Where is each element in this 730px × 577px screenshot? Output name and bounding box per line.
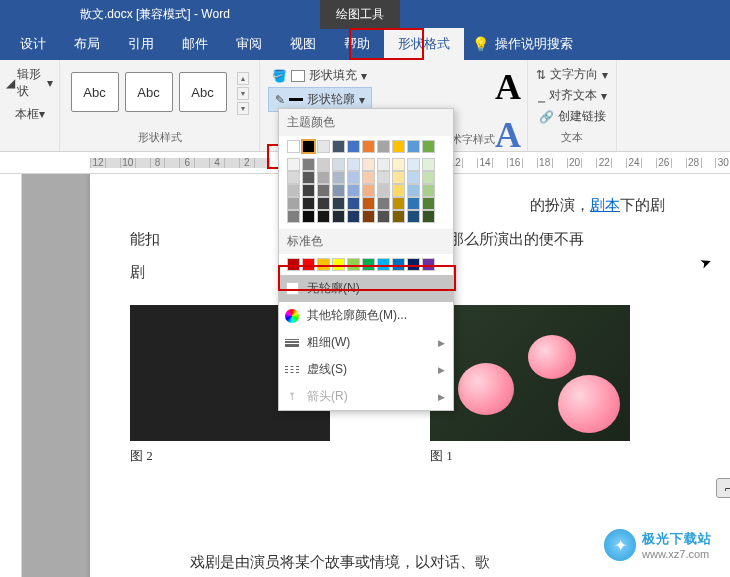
color-swatch[interactable]	[332, 158, 345, 171]
color-swatch[interactable]	[302, 184, 315, 197]
color-swatch[interactable]	[392, 140, 405, 153]
dashes-item[interactable]: 虚线(S) ▶	[279, 356, 453, 383]
color-swatch[interactable]	[287, 171, 300, 184]
color-swatch[interactable]	[377, 140, 390, 153]
color-swatch[interactable]	[302, 210, 315, 223]
tab-shape-format[interactable]: 形状格式	[384, 28, 464, 60]
color-swatch[interactable]	[317, 184, 330, 197]
color-swatch[interactable]	[407, 184, 420, 197]
style-preset-3[interactable]: Abc	[179, 72, 227, 112]
tab-mailings[interactable]: 邮件	[168, 28, 222, 60]
color-swatch[interactable]	[347, 140, 360, 153]
edit-shape-button[interactable]: ◢辑形状▾	[6, 64, 53, 102]
color-swatch[interactable]	[392, 171, 405, 184]
color-swatch[interactable]	[422, 158, 435, 171]
color-swatch[interactable]	[317, 210, 330, 223]
color-swatch[interactable]	[302, 158, 315, 171]
wordart-preset-2[interactable]: A	[495, 114, 521, 156]
chevron-up-icon[interactable]: ▴	[237, 72, 249, 85]
text-direction-button[interactable]: ⇅文字方向▾	[536, 64, 608, 85]
more-icon[interactable]: ▾	[237, 102, 249, 115]
shape-fill-button[interactable]: 🪣 形状填充▾	[266, 64, 373, 87]
color-swatch[interactable]	[332, 258, 345, 271]
color-swatch[interactable]	[332, 171, 345, 184]
color-swatch[interactable]	[332, 140, 345, 153]
color-swatch[interactable]	[332, 210, 345, 223]
color-swatch[interactable]	[362, 210, 375, 223]
color-swatch[interactable]	[287, 184, 300, 197]
color-swatch[interactable]	[332, 197, 345, 210]
color-swatch[interactable]	[347, 184, 360, 197]
textbox-button[interactable]: 本框▾	[15, 106, 45, 123]
color-swatch[interactable]	[317, 258, 330, 271]
style-preset-2[interactable]: Abc	[125, 72, 173, 112]
align-text-button[interactable]: ⎯对齐文本▾	[538, 85, 607, 106]
gallery-expand[interactable]: ▴ ▾ ▾	[237, 72, 249, 115]
color-swatch[interactable]	[347, 171, 360, 184]
color-swatch[interactable]	[392, 158, 405, 171]
color-swatch[interactable]	[287, 140, 300, 153]
create-link-button[interactable]: 🔗创建链接	[539, 106, 606, 127]
color-swatch[interactable]	[362, 258, 375, 271]
color-swatch[interactable]	[347, 258, 360, 271]
color-swatch[interactable]	[377, 258, 390, 271]
color-swatch[interactable]	[422, 184, 435, 197]
color-swatch[interactable]	[332, 184, 345, 197]
color-swatch[interactable]	[302, 197, 315, 210]
chevron-down-icon[interactable]: ▾	[237, 87, 249, 100]
link-script[interactable]: 剧本	[590, 196, 620, 213]
color-swatch[interactable]	[377, 184, 390, 197]
color-swatch[interactable]	[287, 197, 300, 210]
color-swatch[interactable]	[347, 210, 360, 223]
tab-design[interactable]: 设计	[6, 28, 60, 60]
layout-options-button[interactable]: ⌐	[716, 478, 730, 498]
color-swatch[interactable]	[347, 197, 360, 210]
tab-view[interactable]: 视图	[276, 28, 330, 60]
color-swatch[interactable]	[407, 171, 420, 184]
color-swatch[interactable]	[392, 210, 405, 223]
more-outline-colors-item[interactable]: 其他轮廓颜色(M)...	[279, 302, 453, 329]
color-swatch[interactable]	[422, 258, 435, 271]
color-swatch[interactable]	[392, 197, 405, 210]
color-swatch[interactable]	[407, 258, 420, 271]
vertical-ruler[interactable]	[0, 174, 22, 577]
color-swatch[interactable]	[317, 197, 330, 210]
color-swatch[interactable]	[317, 171, 330, 184]
tab-review[interactable]: 审阅	[222, 28, 276, 60]
color-swatch[interactable]	[317, 140, 330, 153]
color-swatch[interactable]	[422, 171, 435, 184]
color-swatch[interactable]	[377, 158, 390, 171]
color-swatch[interactable]	[377, 171, 390, 184]
figure-1-image[interactable]	[430, 305, 630, 441]
color-swatch[interactable]	[392, 184, 405, 197]
style-preset-1[interactable]: Abc	[71, 72, 119, 112]
color-swatch[interactable]	[362, 184, 375, 197]
color-swatch[interactable]	[377, 197, 390, 210]
color-swatch[interactable]	[407, 140, 420, 153]
wordart-preset-1[interactable]: A	[495, 66, 521, 108]
color-swatch[interactable]	[302, 258, 315, 271]
weight-item[interactable]: 粗细(W) ▶	[279, 329, 453, 356]
shape-style-gallery[interactable]: Abc Abc Abc ▴ ▾ ▾	[67, 64, 253, 123]
contextual-tab-drawing[interactable]: 绘图工具	[320, 0, 400, 29]
color-swatch[interactable]	[407, 158, 420, 171]
color-swatch[interactable]	[362, 197, 375, 210]
tab-references[interactable]: 引用	[114, 28, 168, 60]
color-swatch[interactable]	[407, 210, 420, 223]
color-swatch[interactable]	[302, 140, 315, 153]
color-swatch[interactable]	[287, 158, 300, 171]
color-swatch[interactable]	[422, 140, 435, 153]
color-swatch[interactable]	[392, 258, 405, 271]
color-swatch[interactable]	[422, 197, 435, 210]
tab-help[interactable]: 帮助	[330, 28, 384, 60]
color-swatch[interactable]	[407, 197, 420, 210]
color-swatch[interactable]	[347, 158, 360, 171]
color-swatch[interactable]	[377, 210, 390, 223]
color-swatch[interactable]	[422, 210, 435, 223]
color-swatch[interactable]	[302, 171, 315, 184]
color-swatch[interactable]	[362, 140, 375, 153]
color-swatch[interactable]	[362, 158, 375, 171]
tab-layout[interactable]: 布局	[60, 28, 114, 60]
color-swatch[interactable]	[362, 171, 375, 184]
color-swatch[interactable]	[287, 210, 300, 223]
